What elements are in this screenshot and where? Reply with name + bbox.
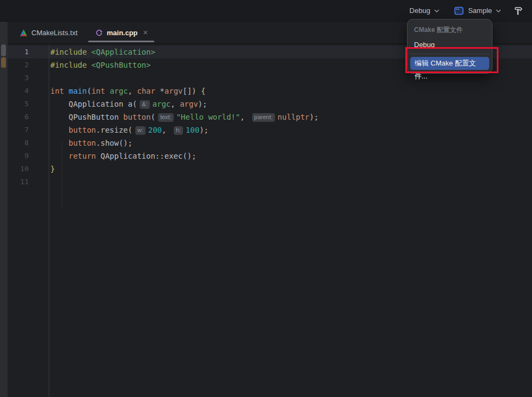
code-text: } <box>49 162 55 175</box>
menu-separator <box>410 54 490 54</box>
code-token: <QPushButton> <box>91 61 151 69</box>
gutter-separator <box>49 44 49 397</box>
code-token: ); <box>310 113 319 121</box>
code-token <box>50 126 69 134</box>
code-token: #include <box>50 48 91 56</box>
code-token: []) <box>183 87 201 95</box>
code-token: , <box>128 87 137 95</box>
tab-cmakelists[interactable]: CMakeLists.txt <box>11 22 86 43</box>
code-text: int main(int argc, char *argv[]) { <box>49 84 206 97</box>
code-token <box>64 87 68 95</box>
code-token <box>50 139 69 147</box>
menu-header: CMake 配置文件 <box>408 24 492 38</box>
stripe-thumb-orange[interactable] <box>1 57 6 68</box>
code-line[interactable]: 7 button.resize(w:200, h:100); <box>8 123 532 136</box>
code-token: QApplication::exec(); <box>96 152 196 160</box>
code-token: main <box>69 87 87 95</box>
code-token: nullptr <box>278 113 310 121</box>
tab-main-cpp[interactable]: main.cpp × <box>86 22 156 43</box>
app-window-icon <box>454 6 464 15</box>
code-token: ); <box>199 126 208 134</box>
line-number[interactable]: 2 <box>8 58 49 71</box>
code-token: argv <box>165 87 183 95</box>
line-number[interactable]: 5 <box>8 97 49 110</box>
line-number[interactable]: 7 <box>8 123 49 136</box>
code-token: button <box>69 139 96 147</box>
line-number[interactable]: 3 <box>8 71 49 84</box>
inline-parameter-hint: w: <box>135 126 146 135</box>
cmake-icon <box>19 29 28 37</box>
code-token: QApplication a( <box>50 100 137 108</box>
code-token: , <box>170 100 180 108</box>
inline-parameter-hint: parent: <box>252 113 275 122</box>
code-token: <QApplication> <box>91 48 155 56</box>
chevron-down-icon <box>495 8 502 14</box>
code-token: button <box>69 126 96 134</box>
menu-item-debug[interactable]: Debug <box>408 38 492 51</box>
line-number[interactable]: 1 <box>8 45 49 58</box>
inline-parameter-hint: &: <box>140 100 149 109</box>
code-text: button.resize(w:200, h:100); <box>49 123 208 136</box>
stripe-thumb-gray[interactable] <box>1 44 6 56</box>
code-line[interactable]: 6 QPushButton button(text:"Hello world!"… <box>8 110 532 123</box>
code-token: ); <box>198 100 207 108</box>
main-toolbar: Debug Sample <box>0 0 532 22</box>
line-number[interactable]: 4 <box>8 84 49 97</box>
code-token: ( <box>87 87 91 95</box>
code-token: * <box>155 87 165 95</box>
code-token: "Hello world!" <box>176 113 240 121</box>
code-token: 100 <box>186 126 199 134</box>
code-line[interactable]: 4int main(int argc, char *argv[]) { <box>8 84 532 97</box>
code-line[interactable]: 11 <box>8 175 532 188</box>
run-config-selector[interactable]: Debug <box>410 6 440 15</box>
editor-area[interactable]: 1#include <QApplication>2#include <QPush… <box>8 44 532 397</box>
code-line[interactable]: 10} <box>8 162 532 175</box>
line-number[interactable]: 11 <box>8 175 49 188</box>
code-text: QApplication a(&:argc, argv); <box>49 97 207 110</box>
code-token: argv <box>180 100 198 108</box>
code-text: #include <QApplication> <box>49 45 155 58</box>
target-label: Sample <box>468 6 492 15</box>
code-token: argc <box>153 100 171 108</box>
code-token: { <box>201 87 205 95</box>
menu-item-edit-cmake-profiles[interactable]: 编辑 CMake 配置文件... <box>410 57 489 70</box>
line-number[interactable]: 8 <box>8 136 49 149</box>
code-text: return QApplication::exec(); <box>49 149 196 162</box>
run-config-menu: CMake 配置文件 Debug 编辑 CMake 配置文件... <box>407 19 492 74</box>
code-token: , <box>162 126 171 134</box>
code-token: int <box>50 87 64 95</box>
line-number[interactable]: 10 <box>8 162 49 175</box>
code-token: } <box>50 165 55 173</box>
code-token: return <box>69 152 96 160</box>
target-selector[interactable]: Sample <box>454 6 502 15</box>
cpp-file-icon <box>95 29 103 37</box>
tab-label: CMakeLists.txt <box>31 29 77 37</box>
inline-parameter-hint: h: <box>174 126 183 135</box>
code-token: ( <box>150 113 155 121</box>
tool-window-stripe <box>0 22 8 397</box>
code-text: #include <QPushButton> <box>49 58 150 71</box>
code-token: #include <box>50 61 91 69</box>
code-token: , <box>240 113 249 121</box>
code-token <box>105 87 109 95</box>
inline-parameter-hint: text: <box>158 113 174 122</box>
build-button[interactable] <box>513 5 524 17</box>
indent-guide <box>62 142 62 207</box>
code-text: QPushButton button(text:"Hello world!", … <box>49 110 319 123</box>
code-token <box>50 152 69 160</box>
code-token: .show(); <box>96 139 132 147</box>
code-token: .resize( <box>96 126 132 134</box>
line-number[interactable]: 9 <box>8 149 49 162</box>
close-icon[interactable]: × <box>143 29 148 36</box>
tab-label: main.cpp <box>107 29 137 37</box>
code-line[interactable]: 9 return QApplication::exec(); <box>8 149 532 162</box>
code-token: button <box>123 113 151 121</box>
line-number[interactable]: 6 <box>8 110 49 123</box>
code-line[interactable]: 8 button.show(); <box>8 136 532 149</box>
code-token: argc <box>110 87 128 95</box>
chevron-down-icon <box>434 8 440 14</box>
code-line[interactable]: 5 QApplication a(&:argc, argv); <box>8 97 532 110</box>
code-token: 200 <box>148 126 162 134</box>
hammer-icon <box>513 5 524 17</box>
code-token: int <box>91 87 105 95</box>
